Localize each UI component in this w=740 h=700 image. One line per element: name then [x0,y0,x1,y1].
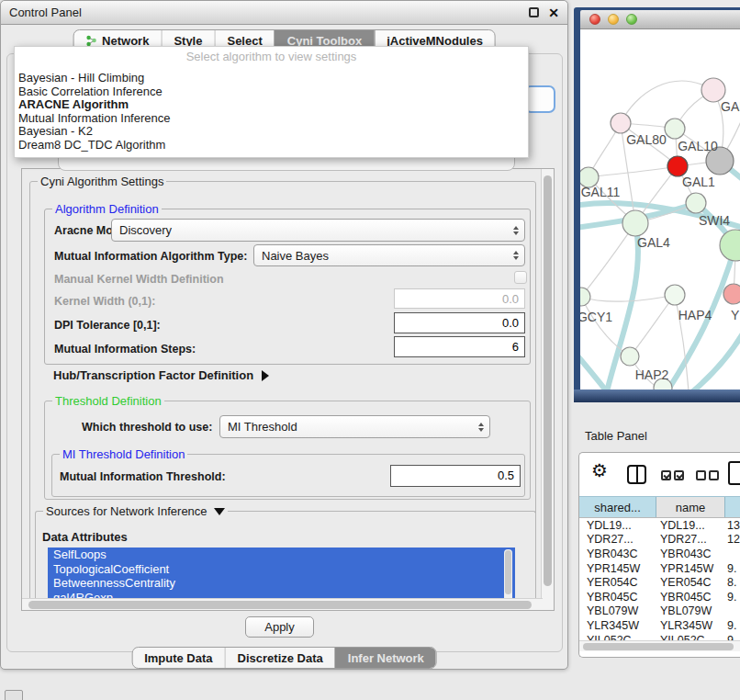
file-icon[interactable] [728,461,740,485]
cell-shared-name: YBL079W [579,604,656,617]
aracne-mode-combobox[interactable]: Discovery [111,219,525,242]
mi-threshold-label: Mutual Information Threshold: [60,470,226,483]
manual-kernel-width-checkbox[interactable] [514,271,527,284]
gear-icon[interactable]: ⚙ [591,461,608,480]
node-gal80[interactable] [611,113,631,133]
unchecked-box-icon [709,470,719,480]
attribute-item-selected[interactable]: SelfLoops [48,548,515,562]
table-row[interactable]: YBL079WYBL079W [579,604,740,619]
mi-algorithm-type-combobox[interactable]: Naive Bayes [253,244,525,266]
close-icon[interactable]: ✕ [548,6,559,19]
tab-impute-data[interactable]: Impute Data [132,648,224,668]
table-row[interactable]: YPR145WYPR145W9. [579,561,740,576]
node-gal10[interactable] [665,119,685,139]
zoom-traffic-light-icon[interactable] [626,14,637,25]
mi-steps-label: Mutual Information Steps: [54,343,196,356]
table-scrollbar-thumb[interactable] [583,643,734,650]
network-canvas[interactable]: GAL GAL80 GAL10 GAL1 GAL11 SWI4 GAL4 GCY… [580,29,740,390]
minimize-traffic-light-icon[interactable] [608,14,619,25]
dpi-tolerance-label: DPI Tolerance [0,1]: [54,319,161,332]
node-gal1-red[interactable] [667,156,688,176]
stepper-arrows-icon [513,251,519,260]
horizontal-scrollbar-thumb[interactable] [28,601,532,609]
algorithm-menu-item[interactable]: Bayesian - Hill Climbing [18,72,528,85]
collapsed-panel-button[interactable] [5,690,23,700]
algorithm-menu-item[interactable]: Dream8 DC_TDC Algorithm [18,139,528,152]
node-group [580,78,740,390]
table-row[interactable]: YLR345WYLR345W9. [579,618,740,633]
dpi-tolerance-field[interactable]: 0.0 [394,312,525,333]
algorithm-menu-item[interactable]: Bayesian - K2 [18,125,528,139]
column-header-name[interactable]: name [656,497,725,517]
apply-button[interactable]: Apply [245,616,314,638]
table-horizontal-scrollbar [579,640,740,651]
node-label: GAL10 [678,139,718,153]
float-window-icon[interactable] [529,7,539,17]
deselect-all-columns-icon[interactable] [696,470,719,480]
group-title: Algorithm Definition [52,202,162,216]
node-salmon[interactable] [723,284,740,304]
obscured-focused-combo-fragment [524,85,555,113]
node-hap4[interactable] [665,285,685,305]
table-row[interactable]: YDR27...YDR27...12 [579,533,740,548]
select-all-columns-icon[interactable] [661,470,684,480]
tab-discretize-data[interactable]: Discretize Data [225,648,335,668]
vertical-scrollbar-thumb[interactable] [544,175,552,586]
control-panel-window: Control Panel ✕ Network Style Select Cyn… [0,0,568,670]
list-scrollbar-thumb[interactable] [505,550,511,594]
node-label: SWI4 [699,213,730,228]
cell-value: 9. [725,591,740,604]
sources-expander[interactable]: Sources for Network Inference [43,504,228,518]
control-panel-titlebar: Control Panel ✕ [1,1,567,25]
node-label: GAL [721,99,740,114]
cell-value: 9. [725,562,740,575]
table-row[interactable]: YIL052CYIL052C9. [579,633,740,640]
attribute-item-selected[interactable]: TopologicalCoefficient [48,562,515,577]
cell-shared-name: YDR27... [579,533,656,546]
column-header-shared-name[interactable]: shared... [579,497,656,517]
threshold-definition-group: Threshold Definition Which threshold to … [44,401,531,500]
tab-infer-network[interactable]: Infer Network [335,648,436,668]
stepper-arrows-icon [478,423,484,432]
node-gal4[interactable] [622,210,648,236]
cyni-algorithm-settings-group: Cyni Algorithm Settings Algorithm Defini… [29,181,536,608]
cyni-bottom-tabbar: Impute Data Discretize Data Infer Networ… [131,647,437,669]
cell-shared-name: YDL19... [579,519,656,532]
split-columns-icon[interactable] [627,465,646,484]
algorithm-dropdown-menu: Select algorithm to view settings Bayesi… [14,46,529,158]
node-big-green[interactable] [720,230,740,261]
mi-threshold-field[interactable]: 0.5 [390,465,521,487]
cell-value: 9. [725,634,740,640]
table-row[interactable]: YBR045CYBR045C9. [579,590,740,604]
node-label: GAL4 [637,235,670,250]
tab-label: Infer Network [348,651,424,665]
node-label: Y [731,308,740,322]
table-row[interactable]: YER054CYER054C8. [579,575,740,590]
node-gcy1[interactable] [580,288,590,306]
node-swi4[interactable] [686,193,706,213]
algorithm-menu-item-selected[interactable]: ARACNE Algorithm [18,98,528,112]
node-labels: GAL GAL80 GAL10 GAL1 GAL11 SWI4 GAL4 GCY… [580,99,740,382]
attribute-item-selected[interactable]: BetweennessCentrality [48,576,515,591]
node-hap2[interactable] [621,347,639,366]
column-header-partial[interactable] [725,497,740,517]
table-row[interactable]: YBR043CYBR043C [579,547,740,561]
algorithm-menu-item[interactable]: Basic Correlation Inference [18,85,528,99]
table-row[interactable]: YDL19...YDL19...13 [579,518,740,533]
group-title: Cyni Algorithm Settings [38,175,166,188]
which-threshold-label: Which threshold to use: [82,421,212,434]
hub-definition-expander[interactable]: Hub/Transcription Factor Definition [53,368,269,382]
unchecked-box-icon [696,470,706,480]
node-label: GAL11 [581,185,621,199]
manual-kernel-width-label: Manual Kernel Width Definition [54,273,224,286]
cell-shared-name: YPR145W [579,562,656,575]
node-label: GCY1 [580,310,612,324]
table-panel: ⚙ shared... name YDL19...YDL19...13 YDR2… [578,452,740,658]
algorithm-menu-item[interactable]: Mutual Information Inference [18,112,528,126]
list-scrollbar [504,549,512,602]
cell-name: YDL19... [656,519,725,532]
close-traffic-light-icon[interactable] [589,14,600,25]
kernel-width-field[interactable]: 0.0 [394,288,525,309]
which-threshold-combobox[interactable]: MI Threshold [219,415,490,438]
mi-steps-field[interactable]: 6 [394,336,525,357]
